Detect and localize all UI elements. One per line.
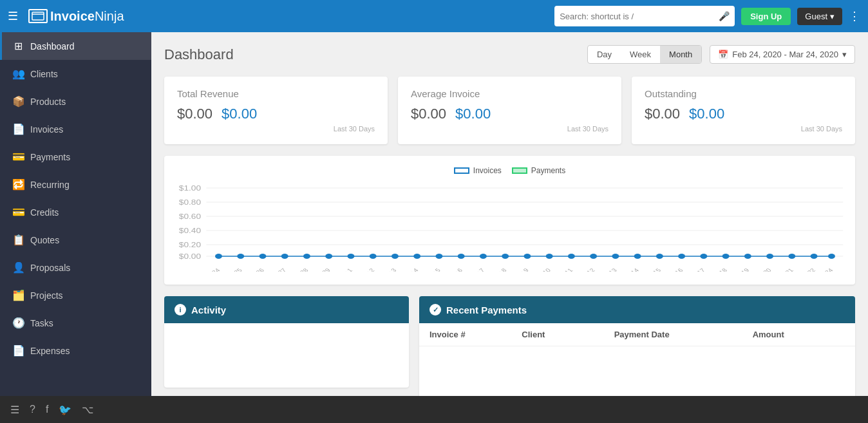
svg-text:Mar 12: Mar 12 (575, 267, 596, 272)
legend-invoices: Invoices (454, 166, 502, 175)
help-icon[interactable]: ? (30, 404, 35, 415)
svg-text:Mar 1: Mar 1 (335, 267, 354, 272)
svg-point-22 (392, 254, 399, 259)
list-icon[interactable]: ☰ (10, 404, 19, 416)
stat-accent-revenue: $0.00 (222, 106, 257, 122)
svg-text:$0.80: $0.80 (179, 199, 202, 207)
activity-panel: i Activity (164, 296, 409, 396)
sidebar-item-tasks[interactable]: 🕐 Tasks (0, 309, 151, 337)
legend-box-payments (512, 167, 527, 174)
tab-day[interactable]: Day (588, 46, 621, 63)
twitter-icon[interactable]: 🐦 (59, 404, 71, 416)
sidebar-item-expenses[interactable]: 📄 Expenses (0, 337, 151, 364)
sidebar-label-credits: Credits (30, 207, 59, 218)
search-input[interactable] (560, 12, 715, 21)
svg-text:Mar 13: Mar 13 (597, 267, 618, 272)
svg-point-16 (259, 254, 266, 259)
svg-point-34 (656, 254, 663, 259)
stat-accent-outstanding: $0.00 (689, 106, 724, 122)
sidebar-item-dashboard[interactable]: ⊞ Dashboard (0, 32, 151, 60)
svg-text:Mar 2: Mar 2 (357, 267, 376, 272)
legend-box-invoices (454, 167, 469, 174)
svg-point-17 (281, 254, 288, 259)
svg-text:$1.00: $1.00 (179, 185, 202, 193)
activity-panel-header: i Activity (164, 296, 409, 323)
stat-card-average: Average Invoice $0.00 $0.00 Last 30 Days (398, 77, 621, 144)
stat-label-average: Last 30 Days (411, 125, 609, 133)
svg-text:Mar 10: Mar 10 (531, 267, 552, 272)
invoices-icon: 📄 (12, 123, 24, 135)
stat-card-outstanding: Outstanding $0.00 $0.00 Last 30 Days (632, 77, 855, 144)
sidebar-item-clients[interactable]: 👥 Clients (0, 60, 151, 88)
sidebar-item-proposals[interactable]: 👤 Proposals (0, 254, 151, 281)
stat-title-outstanding: Outstanding (645, 88, 842, 99)
tab-week[interactable]: Week (621, 46, 660, 63)
check-circle-icon: ✓ (429, 304, 441, 315)
dashboard-icon: ⊞ (12, 40, 24, 52)
svg-point-20 (347, 254, 354, 259)
main-layout: ⊞ Dashboard 👥 Clients 📦 Products 📄 Invoi… (0, 32, 868, 396)
sidebar-item-projects[interactable]: 🗂️ Projects (0, 281, 151, 309)
stat-values-average: $0.00 $0.00 (411, 106, 609, 122)
stat-main-outstanding: $0.00 (645, 106, 680, 122)
hamburger-menu-icon[interactable]: ☰ (8, 9, 18, 23)
svg-point-30 (568, 254, 575, 259)
svg-text:Feb 29: Feb 29 (310, 267, 332, 272)
svg-point-31 (590, 254, 597, 259)
col-header-invoice: Invoice # (429, 330, 522, 339)
sidebar-item-credits[interactable]: 💳 Credits (0, 198, 151, 226)
sidebar-label-clients: Clients (30, 69, 58, 79)
expenses-icon: 📄 (12, 344, 24, 357)
svg-text:Mar 5: Mar 5 (424, 267, 442, 272)
stat-main-average: $0.00 (411, 106, 446, 122)
svg-point-14 (215, 254, 222, 259)
tasks-icon: 🕐 (12, 317, 24, 329)
svg-point-21 (370, 254, 377, 259)
sidebar-label-quotes: Quotes (30, 235, 59, 245)
date-range-button[interactable]: 📅 Feb 24, 2020 - Mar 24, 2020 ▾ (710, 45, 855, 64)
bottom-row: i Activity ✓ Recent Payments Invoice # C… (164, 296, 855, 396)
sidebar-label-dashboard: Dashboard (30, 41, 75, 52)
svg-text:Mar 4: Mar 4 (401, 267, 420, 272)
payments-panel-header: ✓ Recent Payments (419, 296, 855, 323)
period-tabs: Day Week Month (587, 45, 702, 64)
svg-text:Mar 16: Mar 16 (663, 267, 684, 272)
github-icon[interactable]: ⌥ (82, 404, 93, 416)
sidebar: ⊞ Dashboard 👥 Clients 📦 Products 📄 Invoi… (0, 32, 151, 396)
legend-label-invoices: Invoices (473, 166, 502, 175)
svg-point-40 (788, 254, 795, 259)
svg-point-25 (458, 254, 465, 259)
sidebar-item-payments[interactable]: 💳 Payments (0, 143, 151, 171)
recurring-icon: 🔁 (12, 178, 24, 191)
proposals-icon: 👤 (12, 261, 24, 274)
stat-label-revenue: Last 30 Days (177, 125, 375, 133)
svg-text:Mar 17: Mar 17 (685, 267, 706, 272)
sidebar-label-payments: Payments (30, 152, 70, 162)
sidebar-item-invoices[interactable]: 📄 Invoices (0, 115, 151, 143)
svg-point-32 (612, 254, 619, 259)
svg-text:Feb 27: Feb 27 (267, 267, 288, 272)
content-area: Dashboard Day Week Month 📅 Feb 24, 2020 … (151, 32, 868, 396)
legend-label-payments: Payments (531, 166, 565, 175)
sidebar-item-products[interactable]: 📦 Products (0, 88, 151, 115)
logo: InvoiceNinja (28, 9, 124, 24)
credits-icon: 💳 (12, 206, 24, 218)
info-icon: i (175, 304, 186, 315)
facebook-icon[interactable]: f (46, 404, 48, 415)
signup-button[interactable]: Sign Up (741, 8, 791, 25)
svg-text:$0.60: $0.60 (179, 213, 202, 221)
svg-text:$0.40: $0.40 (179, 227, 202, 235)
sidebar-label-tasks: Tasks (30, 318, 53, 328)
col-header-amount: Amount (753, 330, 845, 339)
guest-button[interactable]: Guest ▾ (797, 8, 842, 25)
svg-text:Mar 3: Mar 3 (379, 267, 398, 272)
sidebar-item-quotes[interactable]: 📋 Quotes (0, 226, 151, 254)
svg-point-38 (744, 254, 751, 259)
sidebar-item-recurring[interactable]: 🔁 Recurring (0, 171, 151, 198)
col-header-date: Payment Date (614, 330, 753, 339)
more-options-icon[interactable]: ⋮ (849, 9, 860, 23)
sidebar-label-recurring: Recurring (30, 180, 70, 190)
tab-month[interactable]: Month (660, 46, 701, 63)
chevron-down-icon: ▾ (830, 12, 835, 21)
payments-panel-title: Recent Payments (446, 305, 527, 315)
